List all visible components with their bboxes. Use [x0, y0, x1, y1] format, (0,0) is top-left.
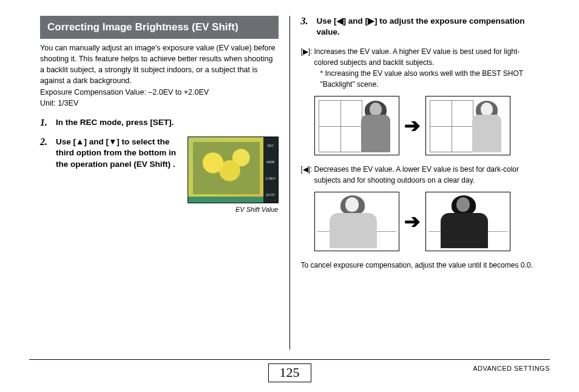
thumbnail-side-panel: ISO AWB 1.0EV 15:37: [263, 137, 278, 203]
left-triangle-icon: ◀: [337, 16, 344, 25]
increase-text: Increases the EV value. A higher EV valu…: [314, 46, 540, 90]
page-number: 125: [268, 363, 311, 382]
increase-note: * Increasing the EV value also works wel…: [320, 68, 540, 90]
step-3-text: Use [◀] and [▶] to adjust the exposure c…: [317, 16, 540, 38]
side-iso: ISO: [267, 144, 273, 147]
right-column: 3. Use [◀] and [▶] to adjust the exposur…: [290, 16, 550, 350]
footer-section-label: ADVANCED SETTINGS: [473, 365, 550, 372]
person-figure-icon: [359, 103, 394, 152]
step-3-number: 3.: [301, 16, 312, 38]
person-figure-icon: [470, 103, 505, 152]
page-footer: 125 ADVANCED SETTINGS: [29, 359, 550, 382]
right-triangle-icon: ▶: [368, 16, 374, 25]
step-2-number: 2.: [40, 137, 51, 213]
thumbnail-bottom-bar: [188, 197, 263, 203]
decrease-text: Decreases the EV value. A lower EV value…: [314, 164, 540, 186]
left-column: Correcting Image Brightness (EV Shift) Y…: [29, 16, 290, 350]
intro-text: You can manually adjust an image's expos…: [40, 42, 279, 109]
content-columns: Correcting Image Brightness (EV Shift) Y…: [29, 16, 550, 350]
illustration-row-decrease: ➔: [314, 192, 540, 251]
flower-photo-icon: [193, 142, 260, 194]
thumbnail-block: ISO AWB 1.0EV 15:37 EV Shift Value: [188, 137, 279, 213]
step-2: 2. Use [▲] and [▼] to select the third o…: [40, 137, 279, 213]
illus-bright-before: [314, 192, 399, 251]
side-ev: 1.0EV: [265, 177, 275, 180]
person-figure-icon: [326, 197, 381, 248]
up-triangle-icon: ▲: [76, 137, 84, 146]
illus-backlit-before: [314, 96, 399, 155]
illus-backlit-after: [425, 96, 510, 155]
arrow-right-icon: ➔: [404, 114, 421, 137]
step-2-b: ] and [: [84, 137, 109, 146]
increase-desc: Increases the EV value. A higher EV valu…: [314, 47, 520, 67]
step-3-a: Use [: [317, 16, 337, 25]
sub-list-2: [◀]: Decreases the EV value. A lower EV …: [301, 164, 540, 186]
step-1-text: In the REC mode, press [SET].: [56, 117, 279, 128]
step-2-a: Use [: [56, 137, 76, 146]
arrow-right-icon: ➔: [404, 210, 421, 233]
step-1-number: 1.: [40, 117, 51, 128]
decrease-key: [◀]:: [301, 164, 314, 186]
window-icon: [319, 100, 362, 152]
decrease-item: [◀]: Decreases the EV value. A lower EV …: [301, 164, 540, 186]
window-icon: [430, 100, 473, 152]
section-title: Correcting Image Brightness (EV Shift): [40, 16, 279, 39]
steps-list: 1. In the REC mode, press [SET]. 2. Use …: [40, 117, 279, 213]
side-awb: AWB: [266, 160, 274, 164]
step-3-b: ] and [: [344, 16, 368, 25]
down-triangle-icon: ▼: [109, 137, 117, 146]
intro-p3: Unit: 1/3EV: [40, 99, 78, 107]
increase-item: [▶]: Increases the EV value. A higher EV…: [301, 46, 540, 90]
person-figure-icon: [437, 197, 492, 248]
intro-p2: Exposure Compensation Value: –2.0EV to +…: [40, 88, 209, 96]
camera-screen-thumbnail: ISO AWB 1.0EV 15:37: [188, 137, 279, 203]
sub-list: [▶]: Increases the EV value. A higher EV…: [301, 46, 540, 90]
step-2-text: Use [▲] and [▼] to select the third opti…: [56, 137, 181, 213]
intro-p1: You can manually adjust an image's expos…: [40, 44, 276, 85]
side-time: 15:37: [266, 193, 275, 197]
thumbnail-caption: EV Shift Value: [188, 206, 279, 213]
step-3: 3. Use [◀] and [▶] to adjust the exposur…: [301, 16, 540, 38]
manual-page: Correcting Image Brightness (EV Shift) Y…: [0, 0, 579, 392]
illustration-row-increase: ➔: [314, 96, 540, 155]
step-1: 1. In the REC mode, press [SET].: [40, 117, 279, 128]
cancel-note: To cancel exposure compensation, adjust …: [301, 260, 540, 271]
illus-bright-after: [425, 192, 510, 251]
increase-key: [▶]:: [301, 46, 314, 90]
